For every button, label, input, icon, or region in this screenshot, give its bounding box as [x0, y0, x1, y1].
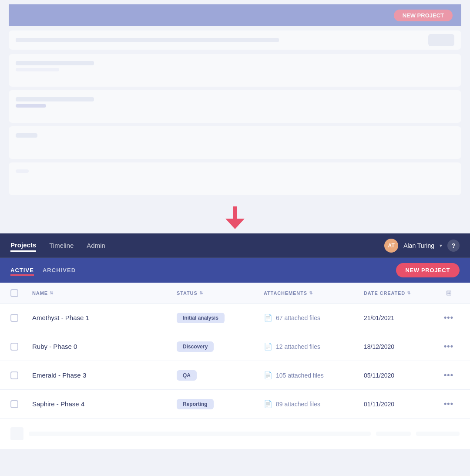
table-row: Emerald - Phase 3 QA 📄 105 attached file… [0, 361, 470, 390]
row-4-more-button[interactable]: ••• [440, 398, 457, 410]
file-icon: 📄 [264, 314, 272, 322]
row-1-status-badge[interactable]: Initial analysis [177, 313, 225, 323]
th-name[interactable]: NAME ⇅ [32, 290, 177, 296]
nav-item-projects[interactable]: Projects [10, 240, 36, 252]
row-checkbox-cell [10, 343, 32, 351]
row-2-status: Discovery [177, 341, 264, 352]
faded-row-4 [9, 162, 461, 195]
row-2-attachments-count: 12 attached files [276, 343, 320, 350]
faded-row-1 [9, 54, 461, 87]
row-2-status-badge[interactable]: Discovery [177, 341, 214, 352]
row-checkbox-cell [10, 400, 32, 408]
watermark-element [10, 427, 24, 440]
watermark-element [376, 432, 411, 436]
row-3-status: QA [177, 370, 264, 381]
watermark-element [29, 432, 371, 436]
new-project-button[interactable]: NEW PROJECT [396, 263, 460, 277]
projects-table: NAME ⇅ STATUS ⇅ ATTACHEMENTS ⇅ DATE CREA… [0, 283, 470, 449]
tabs-bar: ACTIVE ARCHIVED NEW PROJECT [0, 258, 470, 283]
row-1-more-button[interactable]: ••• [440, 311, 457, 324]
row-1-attachments: 📄 67 attached files [264, 314, 364, 322]
table-row: Amethyst - Phase 1 Initial analysis 📄 67… [0, 304, 470, 332]
projects-section: Projects Timeline Admin AT Alan Turing ▾… [0, 233, 470, 449]
faded-new-project-button: NEW PROJECT [394, 10, 453, 21]
faded-search-input [16, 38, 279, 42]
faded-row-2 [9, 90, 461, 123]
th-status[interactable]: STATUS ⇅ [177, 290, 264, 296]
user-avatar[interactable]: AT [384, 239, 398, 253]
watermark-element [416, 432, 460, 436]
row-1-actions: ••• [438, 311, 460, 324]
row-4-name[interactable]: Saphire - Phase 4 [32, 400, 177, 408]
scroll-arrow [0, 199, 470, 233]
row-3-status-badge[interactable]: QA [177, 370, 197, 381]
row-1-checkbox[interactable] [10, 314, 18, 322]
row-2-more-button[interactable]: ••• [440, 340, 457, 353]
user-dropdown-icon[interactable]: ▾ [440, 243, 442, 249]
tab-active[interactable]: ACTIVE [10, 265, 34, 276]
th-attachments[interactable]: ATTACHEMENTS ⇅ [264, 290, 364, 296]
header-checkbox-cell [10, 289, 32, 297]
row-3-date: 05/11/2020 [364, 372, 438, 379]
date-sort-icon[interactable]: ⇅ [407, 290, 411, 295]
status-sort-icon[interactable]: ⇅ [199, 290, 203, 295]
row-4-status: Reporting [177, 399, 264, 409]
faded-row-title [16, 97, 94, 101]
row-1-date: 21/01/2021 [364, 314, 438, 321]
row-2-name[interactable]: Ruby - Phase 0 [32, 343, 177, 350]
row-3-name[interactable]: Emerald - Phase 3 [32, 371, 177, 379]
faded-row-sub [16, 68, 59, 71]
tab-archived[interactable]: ARCHIVED [43, 265, 76, 275]
row-2-attachments: 📄 12 attached files [264, 342, 364, 351]
row-4-date: 01/11/2020 [364, 401, 438, 408]
row-1-status: Initial analysis [177, 313, 264, 323]
row-3-checkbox[interactable] [10, 371, 18, 379]
row-3-attachments: 📄 105 attached files [264, 371, 364, 379]
row-4-status-badge[interactable]: Reporting [177, 399, 214, 409]
nav-right: AT Alan Turing ▾ ? [384, 239, 460, 253]
row-checkbox-cell [10, 314, 32, 322]
select-all-checkbox[interactable] [10, 289, 18, 297]
file-icon: 📄 [264, 342, 272, 351]
row-4-attachments-count: 89 attached files [276, 401, 320, 408]
attachments-sort-icon[interactable]: ⇅ [309, 290, 313, 295]
faded-search-bar [9, 30, 461, 50]
faded-upper-section: NEW PROJECT [0, 0, 470, 195]
svg-marker-1 [225, 219, 245, 229]
nav-item-admin[interactable]: Admin [87, 240, 105, 251]
svg-rect-0 [233, 206, 237, 219]
help-button[interactable]: ? [447, 240, 460, 252]
table-row: Saphire - Phase 4 Reporting 📄 89 attache… [0, 390, 470, 419]
table-row: Ruby - Phase 0 Discovery 📄 12 attached f… [0, 332, 470, 361]
row-1-attachments-count: 67 attached files [276, 314, 320, 321]
watermark-area [0, 419, 470, 449]
row-3-actions: ••• [438, 369, 460, 381]
name-sort-icon[interactable]: ⇅ [50, 290, 54, 295]
row-checkbox-cell [10, 371, 32, 379]
row-4-actions: ••• [438, 398, 460, 410]
row-1-name[interactable]: Amethyst - Phase 1 [32, 314, 177, 321]
nav-item-timeline[interactable]: Timeline [49, 240, 74, 251]
faded-row-short [16, 133, 37, 138]
faded-row-tiny [16, 169, 29, 173]
th-date-created[interactable]: DATE CREATED ⇅ [364, 290, 438, 296]
row-4-checkbox[interactable] [10, 400, 18, 408]
faded-row-title [16, 61, 94, 65]
main-nav: Projects Timeline Admin AT Alan Turing ▾… [0, 233, 470, 258]
th-columns[interactable]: ⊞ [438, 289, 460, 297]
row-2-checkbox[interactable] [10, 343, 18, 351]
user-name[interactable]: Alan Turing [403, 242, 434, 249]
down-arrow-icon [225, 206, 245, 229]
file-icon: 📄 [264, 400, 272, 408]
row-4-attachments: 📄 89 attached files [264, 400, 364, 408]
columns-toggle-icon[interactable]: ⊞ [446, 289, 452, 297]
row-3-attachments-count: 105 attached files [276, 372, 324, 379]
row-3-more-button[interactable]: ••• [440, 369, 457, 381]
row-2-date: 18/12/2020 [364, 343, 438, 350]
row-2-actions: ••• [438, 340, 460, 353]
faded-header: NEW PROJECT [9, 4, 461, 26]
faded-search-button [428, 34, 454, 46]
table-header: NAME ⇅ STATUS ⇅ ATTACHEMENTS ⇅ DATE CREA… [0, 283, 470, 304]
faded-row-3 [9, 126, 461, 159]
file-icon: 📄 [264, 371, 272, 379]
